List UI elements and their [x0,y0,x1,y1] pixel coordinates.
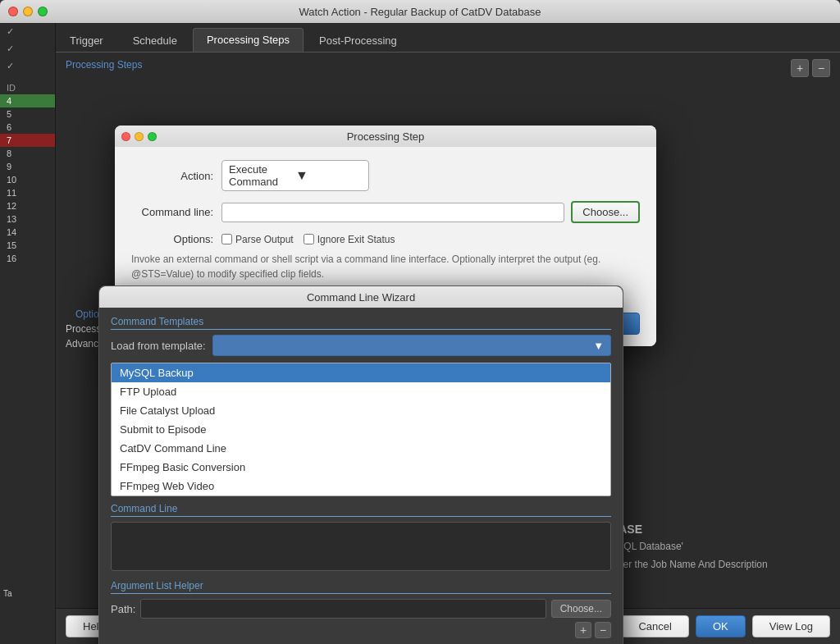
processing-step-title: Processing Step [347,130,425,143]
id-item-4[interactable]: 4 [0,94,55,107]
minimize-button[interactable] [23,7,33,16]
template-option-ffmpeg-web[interactable]: FFmpeg Web Video [112,477,610,496]
select-arrow-icon: ▼ [295,168,362,183]
template-row: Load from template: ▼ [111,335,611,356]
remove-step-button[interactable]: − [812,59,830,77]
dialog-maximize-button[interactable] [148,132,157,141]
ok-button[interactable]: OK [696,615,746,637]
id-item-11[interactable]: 11 [0,186,55,199]
action-value: Execute Command [229,163,295,188]
wizard-title: Command Line Wizard [307,291,415,304]
cancel-button[interactable]: Cancel [621,615,688,637]
id-item-6[interactable]: 6 [0,121,55,134]
template-option-mysql[interactable]: MySQL Backup [112,363,610,382]
add-step-button[interactable]: + [791,59,809,77]
command-line-section: Command Line [111,503,611,573]
ignore-exit-status-label[interactable]: Ignore Exit Status [304,234,395,245]
id-item-13[interactable]: 13 [0,212,55,226]
command-line-row: Command line: Choose... [131,201,640,223]
dialog-minimize-button[interactable] [135,132,144,141]
parse-output-label[interactable]: Parse Output [221,234,294,245]
action-select[interactable]: Execute Command ▼ [221,160,369,191]
template-option-catdv[interactable]: CatDV Command Line [112,439,610,458]
check-icon-3: ✓ [7,61,14,71]
path-row: Path: Choose... [111,599,611,619]
options-row: Options: Parse Output Ignore Exit Status [131,233,640,245]
id-item-10[interactable]: 10 [0,173,55,186]
database-label: ABASE [602,523,832,536]
id-item-8[interactable]: 8 [0,147,55,160]
tabs: Trigger Schedule Processing Steps Post-P… [56,23,840,53]
arg-remove-button[interactable]: − [595,622,611,638]
processing-step-title-bar: Processing Step [115,126,656,147]
processing-step-body: Action: Execute Command ▼ Command line: … [115,147,656,304]
sidebar-check-1: ✓ [0,23,55,40]
template-arrow-icon: ▼ [593,340,604,352]
templates-section-label: Command Templates [111,316,611,330]
add-remove-buttons: + − [791,59,830,77]
id-item-9[interactable]: 9 [0,160,55,173]
ignore-exit-status-checkbox[interactable] [304,234,314,244]
tab-trigger[interactable]: Trigger [56,29,117,52]
path-label: Path: [111,603,135,615]
dialog-window-controls[interactable] [121,132,157,141]
command-line-section-label: Command Line [111,503,611,517]
help-text: Invoke an external command or shell scri… [131,252,640,281]
arg-list-section: Argument List Helper Path: Choose... + − [111,580,611,638]
arg-add-button[interactable]: + [575,622,591,638]
bg-content: ABASE 'MySQL Database' • Enter the Job N… [594,514,840,578]
enter-job-label: • Enter the Job Name And Description [602,559,832,570]
sidebar-check-2: ✓ [0,40,55,57]
processing-steps-label: Processing Steps [56,53,840,74]
id-item-16[interactable]: 16 [0,252,55,265]
arg-list-label: Argument List Helper [111,580,611,594]
sidebar: ✓ ✓ ✓ ID 4 5 6 7 8 9 10 11 12 13 14 15 1… [0,23,56,644]
wizard-title-bar: Command Line Wizard [99,286,623,308]
options-label: Options: [131,233,221,245]
parse-output-checkbox[interactable] [221,234,232,244]
window-title: Watch Action - Regular Backup of CatDV D… [299,6,541,18]
maximize-button[interactable] [38,7,48,16]
window-controls[interactable] [8,7,48,16]
app-window: ✓ ✓ ✓ ID 4 5 6 7 8 9 10 11 12 13 14 15 1… [0,23,840,644]
close-button[interactable] [8,7,18,16]
arg-icon-buttons: + − [111,622,611,638]
command-line-textarea[interactable] [111,522,611,571]
load-from-template-label: Load from template: [111,340,206,352]
view-log-button[interactable]: View Log [752,615,830,637]
id-item-12[interactable]: 12 [0,199,55,212]
sidebar-label-id: ID [0,81,55,94]
template-option-episode[interactable]: Submit to Episode [112,420,610,439]
sidebar-ta-label: Ta [3,587,52,600]
id-item-15[interactable]: 15 [0,239,55,252]
template-select[interactable]: ▼ [212,335,611,356]
choose-button[interactable]: Choose... [571,201,640,223]
tab-processing-steps[interactable]: Processing Steps [193,28,304,52]
id-item-7[interactable]: 7 [0,134,55,147]
mysql-label: 'MySQL Database' [602,541,832,552]
template-dropdown: MySQL Backup FTP Upload File Catalyst Up… [111,363,611,496]
command-line-wizard-dialog: Command Line Wizard Command Templates Lo… [98,285,623,644]
template-option-file-catalyst[interactable]: File Catalyst Upload [112,401,610,420]
tab-post-processing[interactable]: Post-Processing [305,29,411,52]
command-line-label: Command line: [131,206,221,218]
template-option-ffmpeg-basic[interactable]: FFmpeg Basic Conversion [112,458,610,477]
command-line-input[interactable] [221,203,564,222]
wizard-body: Command Templates Load from template: ▼ … [99,308,623,644]
action-label: Action: [131,170,221,182]
check-icon: ✓ [7,26,14,37]
sidebar-check-3: ✓ [0,57,55,75]
check-icon-2: ✓ [7,43,14,54]
path-input[interactable] [140,599,546,619]
id-item-14[interactable]: 14 [0,226,55,239]
arg-choose-button[interactable]: Choose... [551,600,611,618]
dialog-close-button[interactable] [121,132,130,141]
template-option-ftp[interactable]: FTP Upload [112,382,610,401]
tab-schedule[interactable]: Schedule [119,29,191,52]
sidebar-bottom: Ta [0,584,56,603]
action-row: Action: Execute Command ▼ [131,160,640,191]
id-item-5[interactable]: 5 [0,107,55,121]
title-bar: Watch Action - Regular Backup of CatDV D… [0,0,840,23]
